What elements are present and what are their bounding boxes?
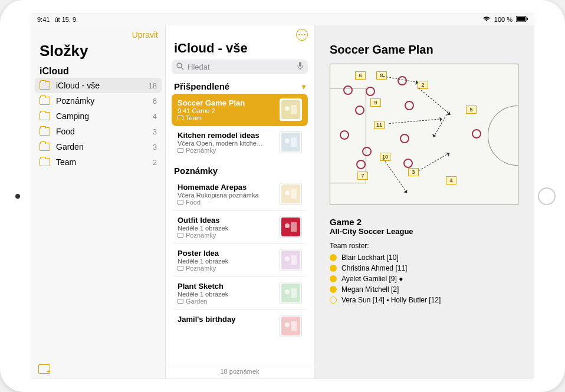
- roster-item: Blair Lockhart [10]: [330, 252, 518, 263]
- sidebar-title: Složky: [31, 41, 165, 64]
- search-input[interactable]: Hledat: [172, 60, 308, 74]
- folder-item[interactable]: Food3: [31, 124, 165, 139]
- note-folder: Food: [178, 199, 275, 206]
- folder-icon: [40, 112, 50, 120]
- movement-arrow: [419, 153, 449, 171]
- soccer-field-sketch: 689211510374: [330, 64, 518, 205]
- roster-item: Megan Mitchell [2]: [330, 284, 518, 295]
- more-options-button[interactable]: [296, 29, 308, 41]
- note-subtitle: Neděle 1 obrázek: [178, 291, 275, 298]
- folder-count: 4: [153, 112, 157, 121]
- svg-line-4: [181, 67, 183, 70]
- folder-icon: [40, 81, 50, 90]
- folder-count: 3: [153, 143, 157, 151]
- note-item[interactable]: Soccer Game Plan9:41 Game 2Team: [172, 94, 308, 126]
- chevron-down-icon: ▾: [302, 83, 306, 91]
- folder-icon: [178, 266, 183, 271]
- svg-point-22: [285, 289, 290, 294]
- opponent-marker: [400, 134, 409, 143]
- status-date: út 15. 9.: [54, 16, 78, 23]
- folder-icon: [40, 158, 50, 166]
- folder-icon: [40, 127, 50, 136]
- bullet-icon: [330, 286, 337, 293]
- note-detail-pane: Soccer Game Plan 689211510374 Game 2 All…: [314, 25, 534, 378]
- note-thumbnail: [280, 183, 302, 205]
- note-subtitle: Včera Rukopisná poznámka: [178, 192, 275, 199]
- note-title: Soccer Game Plan: [178, 98, 275, 107]
- player-name: Blair Lockhart [10]: [341, 253, 399, 262]
- player-name: Ayelet Gamliel [9] ●: [341, 275, 403, 283]
- opponent-marker: [340, 130, 349, 140]
- home-button[interactable]: [538, 187, 556, 205]
- folder-count: 3: [153, 127, 157, 136]
- battery-full-icon: [516, 16, 528, 23]
- status-time: 9:41: [37, 16, 50, 23]
- note-thumbnail: [280, 131, 302, 153]
- notes-list-title: iCloud - vše: [166, 41, 314, 60]
- opponent-marker: [405, 101, 414, 110]
- edit-button[interactable]: Upravit: [132, 30, 158, 39]
- svg-point-25: [285, 322, 290, 327]
- bullet-icon: [330, 297, 337, 304]
- team-player-marker: 8: [376, 71, 387, 80]
- roster-label: Team roster:: [330, 242, 518, 250]
- note-item[interactable]: Outfit IdeasNeděle 1 obrázekPoznámky: [172, 211, 308, 244]
- note-title: Plant Sketch: [178, 282, 275, 291]
- folder-item[interactable]: Team2: [31, 154, 165, 170]
- opponent-marker: [472, 129, 481, 139]
- opponent-marker: [403, 159, 413, 168]
- note-item[interactable]: Poster IdeaNeděle 1 obrázekPoznámky: [172, 244, 308, 277]
- player-name: Christina Ahmed [11]: [341, 264, 407, 272]
- note-item[interactable]: Jamil's birthday: [172, 310, 308, 342]
- bullet-icon: [330, 254, 337, 261]
- dictate-icon[interactable]: [297, 62, 303, 72]
- pinned-section-header[interactable]: Přišpendlené ▾: [166, 79, 314, 94]
- league-name: All-City Soccer League: [330, 227, 518, 236]
- svg-rect-23: [291, 288, 297, 298]
- folder-count: 2: [153, 158, 157, 167]
- folder-icon: [178, 299, 183, 304]
- note-title: Homemade Arepas: [178, 183, 275, 192]
- search-placeholder: Hledat: [188, 62, 210, 71]
- opponent-marker: [362, 147, 372, 156]
- movement-arrow: [389, 118, 442, 124]
- note-folder: Poznámky: [178, 232, 275, 239]
- folder-count: 18: [149, 81, 157, 90]
- new-folder-button[interactable]: [38, 364, 50, 374]
- team-player-marker: 11: [374, 121, 385, 129]
- folder-name: Poznámky: [56, 96, 153, 106]
- player-name: Megan Mitchell [2]: [341, 285, 399, 294]
- note-thumbnail: [280, 282, 302, 304]
- bullet-icon: [330, 275, 337, 282]
- svg-rect-1: [517, 17, 525, 21]
- note-title: Soccer Game Plan: [330, 43, 518, 57]
- note-subtitle: Neděle 1 obrázek: [178, 258, 275, 265]
- svg-rect-26: [291, 321, 297, 331]
- wifi-icon: [482, 16, 491, 23]
- notes-section-header: Poznámky: [166, 163, 314, 178]
- note-title: Jamil's birthday: [178, 315, 275, 324]
- roster-item: Christina Ahmed [11]: [330, 263, 518, 274]
- folder-item[interactable]: Poznámky6: [31, 93, 165, 108]
- camera-icon: [15, 194, 20, 199]
- team-player-marker: 6: [355, 71, 366, 80]
- note-item[interactable]: Plant SketchNeděle 1 obrázekGarden: [172, 277, 308, 310]
- folder-name: Garden: [56, 142, 153, 151]
- opponent-marker: [356, 160, 366, 169]
- note-item[interactable]: Homemade ArepasVčera Rukopisná poznámkaF…: [172, 178, 308, 211]
- ipad-frame: 9:41 út 15. 9. 100 % Upravit Složky: [0, 0, 565, 392]
- notes-count-footer: 18 poznámek: [166, 364, 314, 378]
- svg-point-19: [285, 256, 290, 261]
- movement-arrow: [433, 111, 449, 137]
- folder-item[interactable]: Camping4: [31, 108, 165, 124]
- notes-list-column: iCloud - vše Hledat Přišpendlené ▾ Socce…: [166, 25, 314, 378]
- folder-item[interactable]: Garden3: [31, 139, 165, 154]
- folders-sidebar: Upravit Složky iCloud iCloud - vše18Pozn…: [31, 25, 166, 378]
- folder-item[interactable]: iCloud - vše18: [35, 78, 162, 93]
- svg-rect-5: [299, 62, 301, 67]
- note-folder: Garden: [178, 298, 275, 305]
- note-item[interactable]: Kitchen remodel ideasVčera Open, modern …: [172, 126, 308, 159]
- svg-point-16: [285, 223, 290, 228]
- search-icon: [176, 62, 184, 72]
- roster-item: Ayelet Gamliel [9] ●: [330, 274, 518, 284]
